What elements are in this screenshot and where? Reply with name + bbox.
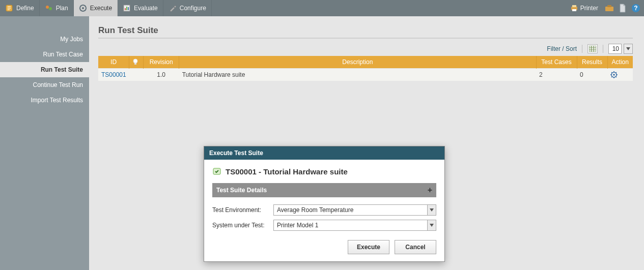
svg-rect-6 [125,8,126,10]
define-icon [5,4,13,12]
sidebar-item-import-test-results[interactable]: Import Test Results [0,93,89,108]
toolbox-icon[interactable] [604,3,614,13]
svg-point-2 [49,7,52,10]
svg-point-1 [46,6,49,9]
suite-heading-text: TS00001 - Tutorial Hardware suite [226,167,348,176]
dialog-buttons: Execute Cancel [212,240,436,254]
sidebar-item-label: My Jobs [60,36,83,43]
tab-label: Define [16,5,34,12]
svg-rect-7 [126,7,127,10]
execute-test-suite-dialog: Execute Test Suite TS00001 - Tutorial Ha… [204,146,445,262]
tab-define[interactable]: Define [0,0,40,16]
cell-revision: 1.0 [144,69,179,81]
test-environment-value[interactable]: Average Room Temperature [273,204,427,216]
tab-plan[interactable]: Plan [40,0,74,16]
configure-icon [169,4,177,12]
cell-action[interactable] [607,69,633,81]
sidebar: My Jobs Run Test Case Run Test Suite Con… [0,16,89,270]
system-under-test-value[interactable]: Printer Model 1 [273,220,427,231]
tab-label: Plan [56,5,68,12]
row-system-under-test: System under Test: Printer Model 1 [212,220,436,231]
test-suite-table: ID Revision Description Test Cases Resul… [98,56,633,81]
help-icon[interactable]: ? [631,3,641,13]
table-row[interactable]: TS00001 1.0 Tutorial Hardware suite 2 0 [98,69,633,81]
svg-rect-11 [572,9,576,11]
svg-rect-16 [589,46,596,52]
test-environment-dropdown[interactable] [427,204,436,216]
sidebar-item-label: Continue Test Run [33,81,83,88]
suite-icon [212,167,221,176]
col-revision[interactable]: Revision [144,56,179,69]
page-size-dropdown[interactable] [624,44,633,54]
divider [603,45,603,53]
columns-icon[interactable] [587,44,598,53]
svg-point-21 [133,59,137,63]
svg-rect-8 [128,7,129,10]
divider [582,45,582,53]
cell-results: 0 [577,69,607,81]
suite-heading: TS00001 - Tutorial Hardware suite [212,167,436,176]
label-test-environment: Test Environment: [212,206,273,214]
cell-test-cases: 2 [536,69,577,81]
table-header-row: ID Revision Description Test Cases Resul… [98,56,633,69]
section-label: Test Suite Details [216,187,267,194]
col-description[interactable]: Description [179,56,536,69]
row-test-environment: Test Environment: Average Room Temperatu… [212,204,436,216]
plan-icon [45,4,53,12]
sidebar-item-run-test-case[interactable]: Run Test Case [0,47,89,62]
tab-label: Configure [180,5,206,12]
printer-button[interactable]: Printer [567,3,601,13]
svg-point-4 [82,7,84,9]
dialog-title: Execute Test Suite [204,146,444,160]
svg-point-24 [613,74,615,76]
label-system-under-test: System under Test: [212,222,273,229]
title-underline [98,38,633,39]
page-size-value: 10 [608,44,622,54]
gear-icon [610,71,630,78]
sidebar-item-my-jobs[interactable]: My Jobs [0,32,89,47]
col-results[interactable]: Results [577,56,607,69]
top-toolbar: Define Plan Execute Evaluate Configure [0,0,644,16]
sidebar-item-run-test-suite[interactable]: Run Test Suite [0,62,89,77]
tab-label: Execute [90,5,112,12]
svg-rect-22 [134,63,136,65]
sidebar-item-label: Import Test Results [31,97,83,104]
svg-rect-13 [607,5,611,7]
col-action[interactable]: Action [607,56,633,69]
sidebar-item-continue-test-run[interactable]: Continue Test Run [0,77,89,93]
evaluate-icon [123,4,131,12]
tab-evaluate[interactable]: Evaluate [118,0,163,16]
execute-button[interactable]: Execute [348,240,389,254]
system-under-test-dropdown[interactable] [427,220,436,231]
cancel-button[interactable]: Cancel [395,240,436,254]
sidebar-item-label: Run Test Case [43,51,83,58]
combo-system-under-test[interactable]: Printer Model 1 [273,220,436,231]
page-title: Run Test Suite [98,25,633,36]
svg-rect-10 [572,5,576,7]
page-size-selector: 10 [608,44,633,54]
filter-sort-link[interactable]: Filter / Sort [547,45,577,52]
execute-icon [79,4,87,12]
svg-text:?: ? [634,5,637,12]
section-test-suite-details: Test Suite Details + [212,183,436,197]
printer-label: Printer [580,5,598,12]
col-test-cases[interactable]: Test Cases [536,56,577,69]
col-id[interactable]: ID [98,56,129,69]
col-bulb[interactable] [129,56,144,69]
tab-configure[interactable]: Configure [163,0,212,16]
svg-rect-12 [605,7,613,11]
expand-icon[interactable]: + [428,186,432,195]
cell-bulb [129,69,144,81]
bulb-icon [132,58,140,66]
tab-label: Evaluate [134,5,158,12]
filter-bar: Filter / Sort 10 [98,44,633,54]
printer-icon [570,4,578,12]
combo-test-environment[interactable]: Average Room Temperature [273,204,436,216]
tab-execute[interactable]: Execute [74,0,118,16]
cell-id[interactable]: TS00001 [98,69,129,81]
sidebar-item-label: Run Test Suite [41,66,83,73]
cell-description: Tutorial Hardware suite [179,69,536,81]
document-icon[interactable] [618,3,628,13]
